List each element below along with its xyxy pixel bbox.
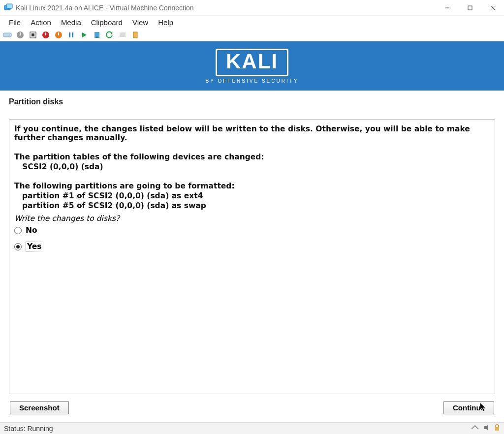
content-panel: If you continue, the changes listed belo…	[9, 119, 495, 394]
warning-text: If you continue, the changes listed belo…	[14, 124, 490, 142]
svg-rect-23	[484, 426, 486, 429]
svg-rect-22	[133, 32, 137, 38]
lock-icon	[494, 424, 500, 433]
svg-rect-21	[120, 32, 126, 37]
maximize-button[interactable]	[459, 0, 481, 16]
radio-option-yes[interactable]: Yes	[14, 242, 490, 251]
statusbar: Status: Running	[0, 422, 504, 434]
svg-rect-16	[72, 32, 73, 37]
menu-action[interactable]: Action	[27, 17, 55, 28]
button-row: Screenshot Continue	[9, 394, 495, 418]
status-text: Status: Running	[4, 425, 53, 433]
window-titlebar: Kali Linux 2021.4a on ALICE - Virtual Ma…	[0, 0, 504, 16]
save-icon[interactable]	[53, 30, 64, 40]
format-item-1: partition #1 of SCSI2 (0,0,0) (sda) as e…	[22, 191, 490, 200]
kali-subtitle: BY OFFENSIVE SECURITY	[206, 78, 299, 84]
ctrl-alt-del-icon[interactable]	[2, 30, 13, 40]
continue-button[interactable]: Continue	[443, 401, 494, 414]
share-icon[interactable]	[130, 30, 141, 40]
pause-icon[interactable]	[66, 30, 77, 40]
radio-icon-unselected	[14, 227, 22, 234]
radio-icon-selected	[14, 243, 22, 250]
svg-rect-25	[495, 427, 499, 431]
svg-rect-6	[3, 33, 11, 37]
svg-rect-12	[45, 32, 46, 35]
section-title: Partition disks	[9, 97, 495, 106]
radio-label-yes: Yes	[26, 242, 43, 251]
turn-off-icon[interactable]	[28, 30, 38, 40]
svg-rect-10	[32, 33, 34, 36]
screenshot-button[interactable]: Screenshot	[10, 401, 69, 414]
checkpoint-icon[interactable]	[92, 30, 102, 40]
format-heading: The following partitions are going to be…	[14, 182, 490, 190]
reset-icon[interactable]	[79, 30, 90, 40]
start-icon[interactable]	[15, 30, 26, 40]
menu-view[interactable]: View	[128, 17, 152, 28]
hyperv-app-icon	[4, 3, 13, 12]
menu-help[interactable]: Help	[154, 17, 177, 28]
enhanced-session-icon[interactable]	[117, 30, 128, 40]
window-title: Kali Linux 2021.4a on ALICE - Virtual Ma…	[16, 4, 194, 12]
shut-down-icon[interactable]	[40, 30, 51, 40]
menu-media[interactable]: Media	[57, 17, 85, 28]
question-text: Write the changes to disks?	[14, 214, 490, 223]
kali-logo: KALI	[216, 49, 288, 76]
svg-rect-14	[58, 32, 59, 35]
speaker-icon	[483, 424, 490, 433]
svg-rect-15	[69, 32, 70, 37]
menubar: File Action Media Clipboard View Help	[0, 16, 504, 29]
kali-banner: KALI BY OFFENSIVE SECURITY	[0, 41, 504, 91]
close-button[interactable]	[481, 0, 504, 16]
minimize-button[interactable]	[436, 0, 459, 16]
revert-icon[interactable]	[104, 30, 115, 40]
svg-rect-3	[468, 6, 472, 10]
toolbar	[0, 29, 504, 41]
tables-heading: The partition tables of the following de…	[14, 153, 490, 161]
menu-file[interactable]: File	[5, 17, 25, 28]
installer-body: Partition disks If you continue, the cha…	[0, 91, 504, 422]
format-item-2: partition #5 of SCSI2 (0,0,0) (sda) as s…	[22, 201, 490, 210]
radio-option-no[interactable]: No	[14, 226, 490, 235]
svg-rect-8	[20, 32, 21, 35]
menu-clipboard[interactable]: Clipboard	[87, 17, 126, 28]
svg-marker-24	[486, 425, 488, 431]
network-icon	[471, 424, 479, 433]
svg-marker-17	[82, 32, 87, 37]
radio-label-no: No	[26, 226, 37, 235]
svg-rect-1	[6, 4, 12, 8]
tables-item: SCSI2 (0,0,0) (sda)	[22, 162, 490, 171]
